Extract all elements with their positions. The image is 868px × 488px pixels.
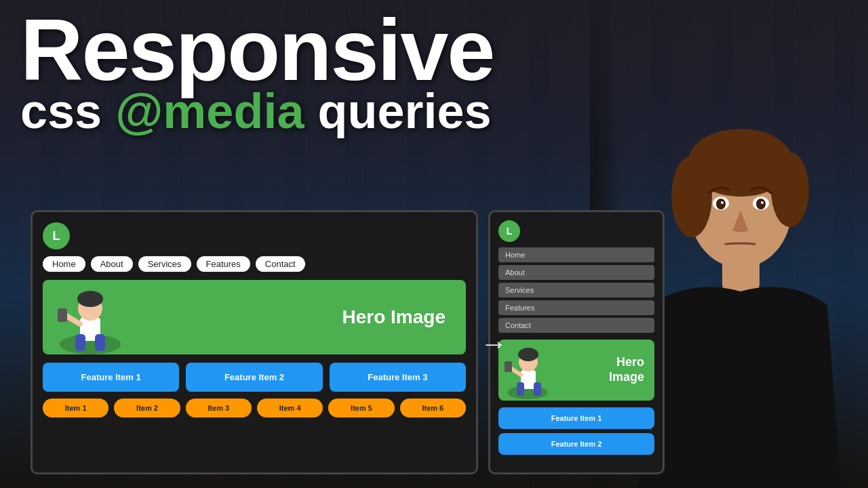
feature-item-3: Feature Item 3 bbox=[330, 363, 466, 392]
title-main: Responsive bbox=[20, 7, 868, 94]
mobile-hero-illustration bbox=[502, 340, 556, 401]
orange-item-3: Item 3 bbox=[186, 399, 252, 418]
svg-rect-35 bbox=[505, 361, 512, 372]
svg-rect-33 bbox=[534, 382, 541, 396]
orange-row: Item 1 Item 2 Item 3 Item 4 Item 5 Item … bbox=[43, 399, 466, 418]
orange-item-6: Item 6 bbox=[400, 399, 466, 418]
svg-rect-32 bbox=[517, 382, 524, 396]
svg-rect-27 bbox=[58, 308, 67, 322]
svg-point-31 bbox=[518, 348, 538, 361]
feature-item-2: Feature Item 2 bbox=[186, 363, 322, 392]
nav-home[interactable]: Home bbox=[43, 256, 85, 272]
mobile-hero-line2: Image bbox=[609, 370, 644, 384]
svg-rect-25 bbox=[95, 334, 105, 351]
orange-item-1: Item 1 bbox=[43, 399, 108, 418]
svg-point-9 bbox=[756, 199, 766, 209]
desktop-nav: Home About Services Features Contact bbox=[43, 256, 466, 272]
nav-contact[interactable]: Contact bbox=[256, 256, 305, 272]
svg-point-5 bbox=[771, 152, 809, 227]
orange-item-4: Item 4 bbox=[257, 399, 323, 418]
orange-item-5: Item 5 bbox=[328, 399, 394, 418]
svg-point-23 bbox=[77, 291, 103, 307]
nav-services[interactable]: Services bbox=[138, 256, 191, 272]
mobile-logo: L bbox=[498, 220, 520, 242]
feature-row-desktop: Feature Item 1 Feature Item 2 Feature It… bbox=[43, 363, 466, 392]
svg-rect-24 bbox=[75, 334, 85, 351]
mobile-hero: Hero Image bbox=[498, 340, 654, 401]
orange-item-2: Item 2 bbox=[114, 399, 180, 418]
mobile-mockup: L Home About Services Features Contact H… bbox=[488, 210, 665, 474]
subtitle-after: queries bbox=[304, 84, 491, 138]
title-section: Responsive css @media queries bbox=[20, 7, 868, 136]
desktop-hero-text: Hero Image bbox=[342, 306, 446, 328]
hero-illustration bbox=[50, 280, 131, 354]
mobile-nav-services[interactable]: Services bbox=[498, 283, 654, 298]
desktop-logo: L bbox=[43, 222, 70, 249]
mobile-nav-features[interactable]: Features bbox=[498, 300, 654, 315]
mobile-nav-contact[interactable]: Contact bbox=[498, 318, 654, 333]
mobile-hero-line1: Hero bbox=[616, 355, 644, 369]
subtitle-before: css bbox=[20, 84, 115, 138]
svg-point-4 bbox=[671, 156, 712, 237]
nav-features[interactable]: Features bbox=[197, 256, 250, 272]
desktop-hero: Hero Image bbox=[43, 280, 466, 354]
title-subtitle: css @media queries bbox=[20, 87, 868, 136]
mobile-feature-1: Feature Item 1 bbox=[498, 407, 654, 429]
mobile-nav: Home About Services Features Contact bbox=[498, 247, 654, 333]
mobile-nav-home[interactable]: Home bbox=[498, 247, 654, 262]
mobile-hero-text: Hero Image bbox=[609, 355, 644, 384]
mobile-nav-about[interactable]: About bbox=[498, 265, 654, 280]
nav-about[interactable]: About bbox=[91, 256, 133, 272]
desktop-mockup: L Home About Services Features Contact bbox=[31, 210, 478, 474]
svg-point-8 bbox=[716, 199, 726, 209]
arrow-between: → bbox=[480, 329, 507, 359]
subtitle-highlight: @media bbox=[115, 84, 304, 138]
svg-point-10 bbox=[721, 201, 724, 204]
page-wrapper: Responsive css @media queries bbox=[0, 0, 868, 488]
feature-item-1: Feature Item 1 bbox=[43, 363, 179, 392]
mobile-feature-2: Feature Item 2 bbox=[498, 433, 654, 455]
svg-point-11 bbox=[761, 201, 764, 204]
